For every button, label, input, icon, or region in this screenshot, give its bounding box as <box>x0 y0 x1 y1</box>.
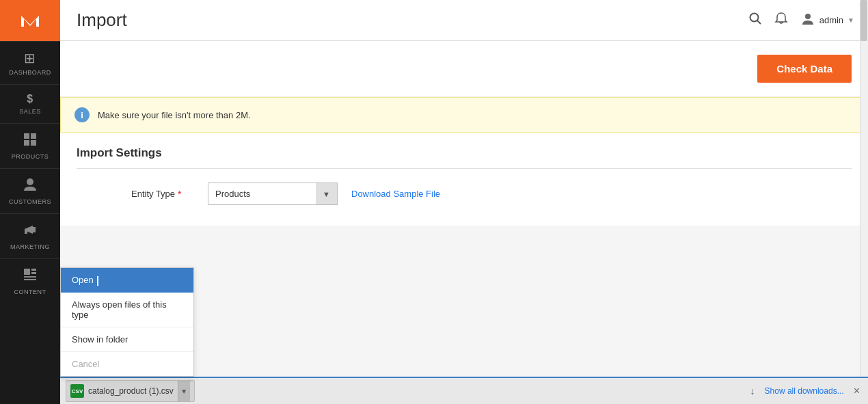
alert-banner: i Make sure your file isn't more than 2M… <box>60 97 868 133</box>
search-icon[interactable] <box>748 12 762 29</box>
user-menu[interactable]: admin ▼ <box>800 12 854 29</box>
sidebar: ⊞ DASHBOARD $ SALES PRODUCTS CUSTOMERS <box>0 0 60 404</box>
sidebar-logo <box>0 0 60 41</box>
sidebar-item-dashboard[interactable]: ⊞ DASHBOARD <box>0 41 60 84</box>
import-settings-heading: Import Settings <box>77 146 852 169</box>
svg-rect-7 <box>25 230 27 234</box>
download-file-item: CSV catalog_product (1).csv ▼ <box>66 380 195 402</box>
user-avatar-icon <box>800 12 815 29</box>
svg-point-15 <box>805 14 811 19</box>
sidebar-item-label: CUSTOMERS <box>9 198 51 205</box>
sidebar-item-label: CONTENT <box>14 288 46 295</box>
svg-rect-1 <box>24 133 29 139</box>
alert-message: Make sure your file isn't more than 2M. <box>98 110 251 120</box>
topbar: Import <box>60 0 868 41</box>
page-title: Import <box>77 10 127 31</box>
svg-rect-4 <box>31 140 36 146</box>
products-icon <box>23 132 38 150</box>
required-marker: * <box>178 189 181 200</box>
download-file-name: catalog_product (1).csv <box>88 386 174 396</box>
dropdown-item-open[interactable]: Open <box>61 268 193 293</box>
svg-rect-10 <box>31 272 36 274</box>
svg-rect-9 <box>31 269 36 271</box>
chevron-down-icon: ▼ <box>847 16 854 24</box>
entity-type-label: Entity Type * <box>131 189 200 200</box>
svg-point-5 <box>27 178 33 185</box>
svg-rect-11 <box>24 276 36 278</box>
sidebar-item-products[interactable]: PRODUCTS <box>0 123 60 168</box>
customers-icon <box>23 177 38 196</box>
svg-point-13 <box>750 14 758 22</box>
scrollbar-track[interactable] <box>860 0 868 404</box>
marketing-icon <box>23 222 38 241</box>
check-data-bar: Check Data <box>60 41 868 97</box>
check-data-button[interactable]: Check Data <box>757 55 852 83</box>
topbar-actions: admin ▼ <box>748 12 854 29</box>
svg-rect-8 <box>24 269 30 275</box>
download-dropdown-menu: Open Always open files of this type Show… <box>60 267 194 377</box>
close-download-bar-button[interactable]: × <box>854 385 860 397</box>
sidebar-item-label: SALES <box>19 108 41 115</box>
sidebar-item-customers[interactable]: CUSTOMERS <box>0 168 60 213</box>
download-arrow-icon: ↓ <box>750 386 755 396</box>
username-label: admin <box>819 15 843 25</box>
entity-type-row: Entity Type * Products Advanced Pricing … <box>77 169 852 212</box>
sidebar-item-label: PRODUCTS <box>12 153 49 160</box>
dropdown-item-always-open[interactable]: Always open files of this type <box>61 293 193 327</box>
entity-type-select[interactable]: Products Advanced Pricing Customers Main… <box>208 183 338 205</box>
notifications-icon[interactable] <box>774 12 788 29</box>
scrollbar-thumb[interactable] <box>860 0 867 41</box>
dropdown-item-cancel: Cancel <box>61 352 193 376</box>
sidebar-item-content[interactable]: CONTENT <box>0 258 60 304</box>
svg-rect-2 <box>31 133 36 139</box>
show-all-downloads-link[interactable]: Show all downloads... <box>765 386 844 396</box>
main-content: Import <box>60 0 868 404</box>
info-icon: i <box>74 107 90 122</box>
sidebar-item-sales[interactable]: $ SALES <box>0 84 60 123</box>
download-sample-link[interactable]: Download Sample File <box>351 189 440 199</box>
sidebar-item-label: DASHBOARD <box>9 69 51 76</box>
dropdown-item-show-in-folder[interactable]: Show in folder <box>61 327 193 351</box>
content-icon <box>23 267 38 286</box>
svg-rect-3 <box>24 140 29 146</box>
import-settings-panel: Import Settings Entity Type * Products A… <box>60 133 868 226</box>
download-bar: Open Always open files of this type Show… <box>60 377 868 404</box>
download-dropdown-toggle[interactable]: ▼ <box>178 380 190 402</box>
dashboard-icon: ⊞ <box>24 50 36 66</box>
entity-type-select-wrapper: Products Advanced Pricing Customers Main… <box>208 183 338 205</box>
download-bar-right: ↓ Show all downloads... × <box>750 385 868 397</box>
csv-file-icon: CSV <box>70 384 84 398</box>
svg-rect-12 <box>24 279 36 280</box>
sidebar-item-marketing[interactable]: MARKETING <box>0 213 60 258</box>
svg-rect-6 <box>33 227 36 232</box>
sidebar-item-label: MARKETING <box>10 243 50 250</box>
cursor-indicator <box>97 276 98 286</box>
svg-line-14 <box>757 21 761 24</box>
sales-icon: $ <box>27 93 33 105</box>
